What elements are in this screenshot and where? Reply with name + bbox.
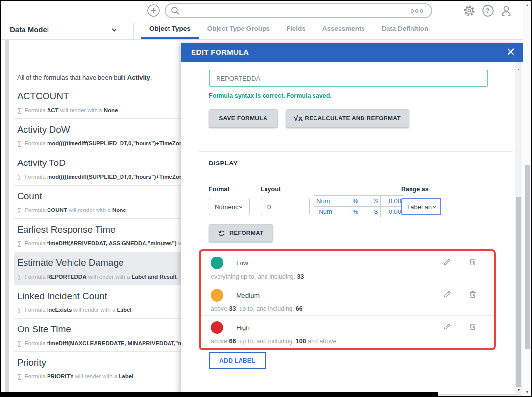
bottom-black-bar — [1, 392, 438, 397]
scroll-down-arrow[interactable]: ▼ — [523, 390, 531, 394]
delete-trash-icon[interactable] — [468, 257, 478, 267]
grid-cell-percent[interactable]: % — [339, 196, 361, 207]
summary-middle: will render with a — [88, 274, 130, 280]
grid-cell-neg-decimal[interactable]: -0.00 — [381, 207, 404, 217]
page-scrollbar[interactable]: ▲ ▼ — [523, 1, 531, 396]
search-icon — [170, 6, 180, 16]
scroll-down-arrow[interactable]: ▼ — [515, 388, 522, 392]
grid-cell-neg-dollar[interactable]: -$ — [361, 207, 381, 217]
question-mark: ? — [486, 7, 490, 14]
screenshot-frame: ooo ? Data Model Object Types Object Ty — [0, 0, 532, 397]
tab-data-definition[interactable]: Data Definition — [373, 20, 436, 39]
sigma-icon: ∑ — [17, 240, 22, 247]
summary-render: None — [104, 107, 118, 113]
desc-value: 66 — [296, 305, 303, 312]
grid-cell-num[interactable]: Num — [314, 196, 339, 207]
edit-pencil-icon[interactable] — [443, 290, 453, 300]
summary-middle: will render with a — [73, 307, 116, 313]
summary-prefix: Formula — [25, 340, 46, 346]
layout-input[interactable] — [261, 198, 310, 215]
grid-cell-dollar[interactable]: $ — [361, 196, 381, 207]
more-options-icon[interactable]: ooo — [411, 8, 424, 13]
gear-icon[interactable] — [462, 4, 476, 17]
chevron-down-icon — [238, 204, 243, 210]
format-label: Format — [209, 186, 229, 193]
module-selector[interactable]: Data Model — [10, 20, 49, 39]
summary-middle: will render with a — [60, 107, 102, 113]
page-scrollbar-thumb[interactable] — [525, 165, 530, 349]
panel-scrollbar-thumb[interactable] — [516, 197, 521, 387]
tab-object-type-groups[interactable]: Object Type Groups — [199, 20, 278, 39]
format-preview-grid[interactable]: Num % $ 0.00 -Num -% -$ -0.00 — [314, 195, 404, 217]
desc-value: 100 — [296, 338, 306, 345]
formula-input[interactable] — [209, 70, 488, 87]
add-label-button[interactable]: ADD LABEL — [209, 352, 266, 369]
grid-row-positive: Num % $ 0.00 — [314, 196, 404, 207]
nav-divider — [133, 23, 134, 39]
summary-formula: REPORTEDDA — [47, 274, 87, 280]
search-input[interactable] — [183, 7, 411, 15]
grid-cell-neg-percent[interactable]: -% — [339, 207, 361, 217]
profile-icon[interactable] — [500, 4, 513, 17]
layout-label: Layout — [261, 186, 281, 193]
summary-prefix: Formula — [25, 374, 46, 379]
search-bar[interactable]: ooo — [165, 3, 432, 18]
grid-cell-neg-num[interactable]: -Num — [314, 207, 339, 217]
desc-text: everything up to, and including, — [211, 273, 297, 280]
range-label-name: High — [236, 324, 250, 331]
range-as-select[interactable]: Label an — [401, 198, 441, 215]
save-formula-button[interactable]: SAVE FORMULA — [209, 109, 278, 127]
summary-prefix: Formula — [25, 107, 46, 113]
desc-value: 33 — [229, 305, 236, 312]
summary-middle: will render with a — [75, 374, 117, 379]
desc-text: above — [211, 305, 229, 312]
range-description: above 33; up to, and including, 66 — [211, 305, 303, 312]
sigma-icon: ∑ — [17, 273, 22, 280]
grid-row-negative: -Num -% -$ -0.00 — [314, 207, 404, 217]
tab-object-types[interactable]: Object Types — [141, 20, 199, 39]
scroll-up-arrow[interactable]: ▲ — [523, 3, 531, 7]
recalculate-reformat-label: RECALCULATE AND REFORMAT — [305, 115, 401, 122]
reformat-button[interactable]: REFORMAT — [209, 224, 273, 242]
summary-formula: timeDiff(MAXCLEAREDDATE, MINARRIVEDDAT,"… — [47, 340, 185, 346]
delete-trash-icon[interactable] — [468, 322, 478, 332]
tab-assessments[interactable]: Assessments — [314, 20, 373, 39]
summary-formula: mod((((timediff(SUPPLIED_DT,0,"hours")+T… — [47, 174, 190, 180]
nav-row: Data Model Object Types Object Type Grou… — [1, 20, 523, 40]
panel-scrollbar[interactable]: ▲ ▼ — [515, 62, 522, 394]
range-label-row-medium: Medium above 33; up to, and including, 6… — [201, 283, 494, 316]
scroll-up-arrow[interactable]: ▲ — [515, 68, 522, 71]
format-select[interactable]: Numeric — [209, 198, 250, 215]
edit-pencil-icon[interactable] — [443, 257, 453, 267]
tab-fields[interactable]: Fields — [278, 20, 314, 39]
sigma-icon: ∑ — [17, 373, 22, 380]
range-description: above 66; up to, and including, 100 and … — [211, 338, 336, 345]
chevron-down-icon[interactable] — [111, 26, 118, 35]
summary-formula: mod((((timediff(SUPPLIED_DT,0,"hours")+T… — [47, 140, 186, 146]
desc-text: ; up to, and including, — [236, 305, 295, 312]
edit-pencil-icon[interactable] — [443, 322, 453, 332]
sqrt-icon: √x — [294, 114, 303, 123]
grid-cell-decimal[interactable]: 0.00 — [381, 196, 404, 207]
help-icon[interactable]: ? — [481, 4, 494, 17]
edit-formula-panel: EDIT FORMULA Formula syntax is correct. … — [181, 43, 523, 394]
close-icon[interactable] — [507, 47, 515, 56]
summary-prefix: Formula — [25, 274, 46, 280]
chevron-down-icon — [432, 204, 437, 210]
refresh-icon — [218, 230, 225, 237]
add-icon[interactable] — [147, 4, 160, 17]
recalculate-reformat-button[interactable]: √x RECALCULATE AND REFORMAT — [286, 109, 409, 127]
sigma-icon: ∑ — [17, 207, 22, 213]
intro-text: All of the formulas that have been built — [17, 74, 127, 81]
intro-period: . — [150, 74, 152, 81]
sigma-icon: ∑ — [17, 306, 22, 313]
desc-text: ; up to, and including, — [236, 338, 295, 345]
tab-bar: Object Types Object Type Groups Fields A… — [141, 20, 436, 39]
desc-text: and above — [306, 338, 337, 345]
delete-trash-icon[interactable] — [468, 290, 478, 300]
low-color-dot — [211, 257, 223, 269]
module-selector-label: Data Model — [10, 25, 49, 34]
sigma-icon: ∑ — [17, 140, 22, 147]
summary-prefix: Formula — [25, 174, 46, 180]
desc-text: above — [211, 338, 229, 345]
